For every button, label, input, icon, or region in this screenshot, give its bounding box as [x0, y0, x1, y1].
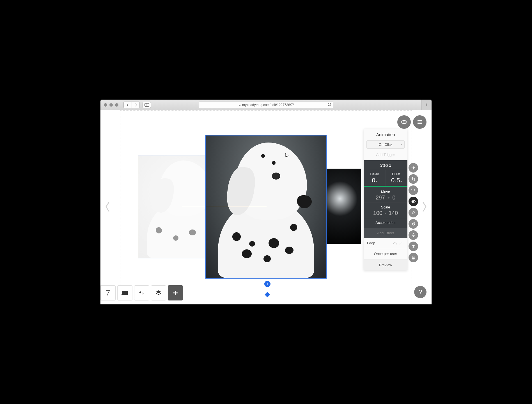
crop-icon — [411, 177, 416, 182]
acceleration-label: Acceleration — [366, 221, 405, 225]
pin-icon — [411, 233, 416, 238]
refresh-button[interactable] — [327, 102, 331, 107]
svg-rect-16 — [122, 291, 128, 294]
page-number-indicator[interactable]: 7 — [100, 285, 116, 300]
preview-button[interactable] — [397, 115, 411, 129]
browser-titlebar: my.readymag.com/edit/1227738/7/ + — [100, 100, 432, 110]
animation-loop-row[interactable]: Loop — [364, 238, 407, 248]
scale-label: Scale — [366, 205, 405, 209]
add-below-button[interactable]: + — [264, 281, 270, 287]
new-tab-button[interactable]: + — [421, 100, 432, 110]
svg-point-11 — [413, 168, 414, 169]
add-effect-button[interactable]: Add Effect — [364, 228, 407, 238]
undo-redo-icon — [138, 289, 145, 297]
svg-rect-17 — [121, 294, 128, 295]
animation-preview-button[interactable]: Preview — [364, 259, 407, 270]
undo-redo-button[interactable] — [134, 285, 149, 300]
animation-duration-field[interactable]: Durat. 0.5s — [386, 170, 408, 186]
rotate-icon — [411, 222, 416, 226]
arrow-right-icon: ▸ — [385, 211, 386, 215]
browser-sidebar-button[interactable] — [143, 102, 151, 108]
link-icon — [411, 210, 416, 215]
widget-tools-rail: 1:1 — [409, 163, 418, 262]
animation-trigger-select[interactable]: On Click ▾ — [366, 140, 405, 149]
browser-back-button[interactable] — [124, 102, 132, 108]
browser-nav-buttons — [123, 102, 140, 108]
canvas-image-3[interactable] — [326, 169, 361, 244]
animation-delay-field[interactable]: Delay 0s — [364, 170, 386, 186]
svg-rect-0 — [145, 103, 149, 106]
add-widget-button[interactable] — [168, 285, 183, 300]
svg-point-10 — [411, 167, 412, 167]
url-bar[interactable]: my.readymag.com/edit/1227738/7/ — [199, 102, 333, 108]
url-text: my.readymag.com/edit/1227738/7/ — [242, 103, 294, 107]
animation-step-title[interactable]: Step 1 — [364, 160, 407, 170]
alignment-guide-horizontal — [182, 207, 267, 207]
ratio-label: 1:1 — [411, 189, 415, 192]
tool-lock-button[interactable] — [409, 253, 418, 262]
window-maximize-button[interactable] — [115, 103, 118, 107]
loop-label: Loop — [367, 241, 392, 245]
once-per-user-button[interactable]: Once per user — [364, 248, 407, 259]
animation-acceleration-section[interactable]: Acceleration — [364, 218, 407, 228]
move-label: Move — [366, 190, 405, 194]
svg-point-12 — [414, 167, 415, 168]
scale-to: 140 — [389, 210, 398, 216]
help-label: ? — [419, 288, 422, 296]
browser-window: my.readymag.com/edit/1227738/7/ + — [100, 100, 432, 304]
chevron-left-icon — [126, 103, 129, 107]
editor-canvas-area: + Animation On Click ▾ Add Trigger Step … — [100, 110, 432, 304]
page-number: 7 — [106, 289, 110, 297]
resize-handle-bottom[interactable] — [265, 292, 270, 297]
layers-icon — [411, 244, 416, 249]
window-close-button[interactable] — [104, 103, 107, 107]
scale-from: 100 — [373, 210, 382, 216]
top-right-buttons — [397, 115, 426, 129]
chevron-right-icon — [134, 103, 137, 107]
loop-direction-icons — [392, 242, 404, 245]
tool-animation-button[interactable] — [409, 197, 418, 206]
animation-panel: Animation On Click ▾ Add Trigger Step 1 … — [364, 129, 407, 270]
menu-button[interactable] — [413, 115, 426, 129]
svg-rect-15 — [412, 257, 415, 259]
viewport-button[interactable] — [117, 285, 132, 300]
tool-rotate-button[interactable] — [409, 219, 418, 229]
traffic-lights — [104, 103, 118, 107]
plus-icon — [172, 289, 179, 297]
tool-crop-button[interactable] — [409, 174, 418, 184]
tool-ratio-button[interactable]: 1:1 — [409, 185, 418, 195]
animation-panel-title: Animation — [364, 129, 407, 139]
tool-link-button[interactable] — [409, 208, 418, 217]
lock-icon — [411, 255, 416, 260]
animation-scale-section[interactable]: Scale 100 ▸ 140 — [364, 203, 407, 218]
browser-forward-button[interactable] — [132, 102, 139, 108]
tool-settings-button[interactable] — [409, 163, 418, 173]
svg-point-3 — [403, 121, 405, 123]
layers-icon — [155, 289, 162, 297]
hamburger-icon — [416, 119, 423, 125]
move-x: 297 — [376, 194, 385, 201]
chevron-down-icon: ▾ — [401, 143, 402, 146]
move-separator-icon: ✦ — [387, 196, 390, 200]
eye-icon — [400, 118, 408, 126]
tool-layers-button[interactable] — [409, 242, 418, 251]
desktop-icon — [121, 289, 129, 297]
delay-value: 0 — [372, 177, 375, 184]
svg-rect-2 — [239, 105, 240, 106]
delay-label: Delay — [364, 172, 386, 176]
animation-icon — [411, 199, 416, 204]
duration-value: 0.5 — [391, 177, 400, 184]
lock-icon — [238, 104, 241, 106]
layers-panel-button[interactable] — [151, 285, 166, 300]
sidebar-icon — [145, 103, 149, 107]
duration-label: Durat. — [386, 172, 408, 176]
refresh-icon — [327, 102, 331, 106]
help-button[interactable]: ? — [414, 286, 426, 298]
animation-step-1: Step 1 Delay 0s Durat. 0.5s Move — [364, 160, 407, 238]
add-trigger-button[interactable]: Add Trigger — [364, 151, 407, 160]
animation-move-section[interactable]: Move 297 ✦ 0 — [364, 187, 407, 203]
sliders-icon — [411, 166, 416, 170]
cursor-icon — [285, 153, 290, 160]
tool-pin-button[interactable] — [409, 230, 418, 240]
window-minimize-button[interactable] — [109, 103, 113, 107]
